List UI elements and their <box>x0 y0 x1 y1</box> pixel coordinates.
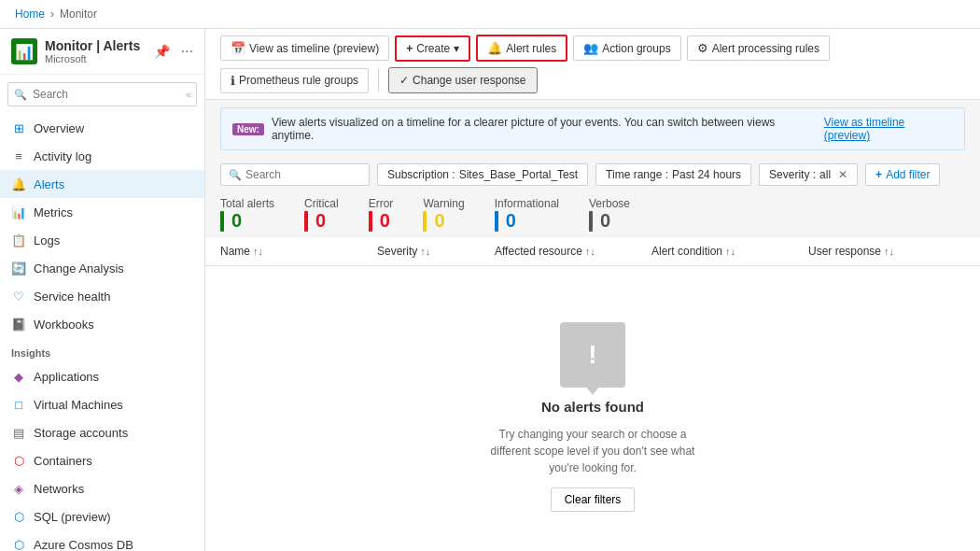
alerts-table: Name ↑↓ Severity ↑↓ Affected resource ↑↓… <box>205 237 980 551</box>
change-user-button[interactable]: ✓ Change user response <box>388 67 537 93</box>
condition-header-label: Alert condition <box>651 245 722 258</box>
sidebar-search-box: 🔍 « <box>7 82 197 106</box>
view-timeline-button[interactable]: 📅 View as timeline (preview) <box>220 35 389 61</box>
search-icon: 🔍 <box>14 89 27 101</box>
empty-icon: ! <box>560 322 625 388</box>
filter-search-box[interactable]: 🔍 <box>220 163 370 186</box>
info-banner-text: View alerts visualized on a timeline for… <box>272 116 817 142</box>
stat-warning: Warning 0 <box>423 197 464 232</box>
sidebar-item-label: Change Analysis <box>34 261 124 276</box>
sidebar-item-label: Alerts <box>34 177 64 191</box>
error-bar <box>369 211 372 232</box>
sidebar-item-alerts[interactable]: 🔔 Alerts <box>0 170 204 198</box>
informational-label: Informational <box>495 197 559 210</box>
stat-critical: Critical 0 <box>304 197 339 232</box>
col-name-header[interactable]: Name ↑↓ <box>220 245 377 258</box>
sidebar-item-sql[interactable]: ⬡ SQL (preview) <box>0 502 204 530</box>
change-analysis-icon: 🔄 <box>11 261 26 276</box>
severity-clear-icon[interactable]: ✕ <box>838 168 847 181</box>
total-bar <box>220 211 224 232</box>
col-response-header[interactable]: User response ↑↓ <box>808 245 965 258</box>
critical-label: Critical <box>304 197 339 210</box>
view-timeline-label: View as timeline (preview) <box>249 42 379 55</box>
col-affected-header[interactable]: Affected resource ↑↓ <box>495 245 651 258</box>
informational-value-group: 0 <box>495 210 559 232</box>
name-sort-icon: ↑↓ <box>253 246 263 257</box>
col-condition-header[interactable]: Alert condition ↑↓ <box>651 245 808 258</box>
applications-icon: ◆ <box>11 369 26 384</box>
more-options-icon[interactable]: ··· <box>181 43 193 60</box>
sidebar-item-change-analysis[interactable]: 🔄 Change Analysis <box>0 254 204 282</box>
workbooks-icon: 📓 <box>11 317 26 332</box>
warning-label: Warning <box>423 197 464 210</box>
alert-search-input[interactable] <box>245 168 339 181</box>
timeline-preview-link[interactable]: View as timeline (preview) <box>824 116 953 142</box>
sidebar-item-cosmos-db[interactable]: ⬡ Azure Cosmos DB <box>0 530 204 551</box>
error-value-group: 0 <box>369 210 394 232</box>
alert-processing-button[interactable]: ⚙ Alert processing rules <box>687 35 830 61</box>
sidebar-item-activity-log[interactable]: ≡ Activity log <box>0 142 204 170</box>
response-sort-icon: ↑↓ <box>884 246 894 257</box>
storage-accounts-icon: ▤ <box>11 425 26 440</box>
response-header-label: User response <box>808 245 881 258</box>
sidebar-item-virtual-machines[interactable]: □ Virtual Machines <box>0 390 204 418</box>
critical-value-group: 0 <box>304 210 339 232</box>
action-groups-label: Action groups <box>602 42 670 55</box>
sidebar-item-storage-accounts[interactable]: ▤ Storage accounts <box>0 418 204 446</box>
subscription-filter[interactable]: Subscription : Sites_Base_Portal_Test <box>377 163 588 186</box>
info-banner: New: View alerts visualized on a timelin… <box>220 107 965 150</box>
breadcrumb-home[interactable]: Home <box>15 7 45 21</box>
severity-value: all <box>819 168 831 181</box>
collapse-icon[interactable]: « <box>186 89 191 100</box>
create-label: Create <box>416 42 450 55</box>
search-icon: 🔍 <box>229 169 242 181</box>
alert-processing-label: Alert processing rules <box>712 42 819 55</box>
sidebar-item-service-health[interactable]: ♡ Service health <box>0 282 204 310</box>
sidebar-header: 📊 Monitor | Alerts Microsoft 📌 ··· <box>0 29 204 75</box>
warning-value: 0 <box>434 210 444 232</box>
overview-icon: ⊞ <box>11 120 26 135</box>
sidebar-item-networks[interactable]: ◈ Networks <box>0 474 204 502</box>
stat-verbose: Verbose 0 <box>589 197 630 232</box>
alert-rules-button[interactable]: 🔔 Alert rules <box>476 35 567 62</box>
sidebar-item-workbooks[interactable]: 📓 Workbooks <box>0 310 204 338</box>
add-filter-button[interactable]: + Add filter <box>865 163 940 186</box>
sql-icon: ⬡ <box>11 509 26 524</box>
informational-value: 0 <box>506 210 516 232</box>
error-value: 0 <box>380 210 390 232</box>
action-groups-icon: 👥 <box>583 41 598 55</box>
subscription-label: Subscription : <box>387 168 455 181</box>
sidebar-item-applications[interactable]: ◆ Applications <box>0 362 204 390</box>
error-label: Error <box>369 197 394 210</box>
sidebar-item-metrics[interactable]: 📊 Metrics <box>0 198 204 226</box>
time-range-filter[interactable]: Time range : Past 24 hours <box>595 163 751 186</box>
sidebar-item-label: Metrics <box>34 205 73 219</box>
activity-log-icon: ≡ <box>11 148 26 163</box>
sidebar-item-label: Virtual Machines <box>34 398 123 412</box>
severity-label: Severity : <box>769 168 816 181</box>
affected-sort-icon: ↑↓ <box>585 246 595 257</box>
pin-icon[interactable]: 📌 <box>154 44 170 59</box>
sidebar-subtitle: Microsoft <box>45 53 140 64</box>
search-input[interactable] <box>7 82 197 106</box>
action-groups-button[interactable]: 👥 Action groups <box>573 35 680 61</box>
critical-bar <box>304 211 308 232</box>
empty-state: ! No alerts found Try changing your sear… <box>205 266 980 551</box>
severity-filter[interactable]: Severity : all ✕ <box>759 163 858 186</box>
logs-icon: 📋 <box>11 233 26 247</box>
sidebar-item-label: Service health <box>34 290 110 304</box>
sidebar: 📊 Monitor | Alerts Microsoft 📌 ··· 🔍 « ⊞… <box>0 29 205 551</box>
prometheus-button[interactable]: ℹ Prometheus rule groups <box>220 68 369 93</box>
sidebar-item-overview[interactable]: ⊞ Overview <box>0 114 204 142</box>
alert-rules-label: Alert rules <box>506 42 556 55</box>
verbose-value: 0 <box>600 210 610 232</box>
clear-filters-button[interactable]: Clear filters <box>551 487 636 512</box>
sidebar-item-logs[interactable]: 📋 Logs <box>0 226 204 254</box>
col-severity-header[interactable]: Severity ↑↓ <box>377 245 495 258</box>
alert-processing-icon: ⚙ <box>697 41 708 55</box>
condition-sort-icon: ↑↓ <box>725 246 735 257</box>
create-button[interactable]: + Create ▾ <box>395 35 470 62</box>
sidebar-item-label: Azure Cosmos DB <box>34 538 133 552</box>
informational-bar <box>495 211 498 232</box>
sidebar-item-containers[interactable]: ⬡ Containers <box>0 446 204 474</box>
